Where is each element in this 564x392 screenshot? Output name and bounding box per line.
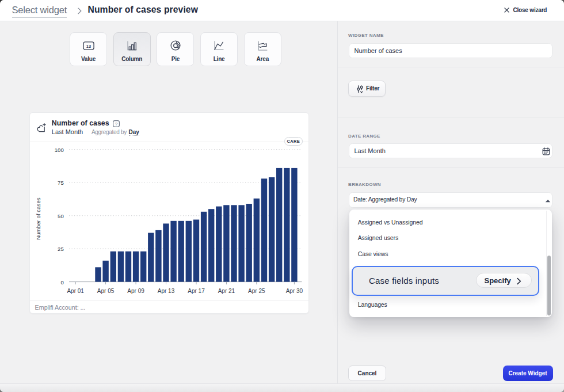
svg-text:75: 75 — [58, 180, 64, 186]
svg-text:0: 0 — [60, 279, 63, 286]
svg-text:Apr 05: Apr 05 — [97, 288, 115, 294]
svg-text:Apr 21: Apr 21 — [218, 288, 235, 294]
svg-text:100: 100 — [55, 147, 64, 153]
svg-text:Apr 25: Apr 25 — [248, 288, 265, 294]
svg-text:50: 50 — [58, 213, 64, 219]
svg-text:Apr 09: Apr 09 — [127, 288, 144, 294]
svg-text:Apr 30: Apr 30 — [286, 288, 303, 294]
svg-text:25: 25 — [58, 246, 64, 252]
svg-text:Apr 01: Apr 01 — [67, 288, 84, 294]
svg-text:Apr 13: Apr 13 — [158, 288, 175, 294]
svg-text:13: 13 — [86, 43, 90, 48]
svg-text:Apr 17: Apr 17 — [188, 288, 205, 294]
svg-text:Number of cases: Number of cases — [35, 197, 41, 239]
